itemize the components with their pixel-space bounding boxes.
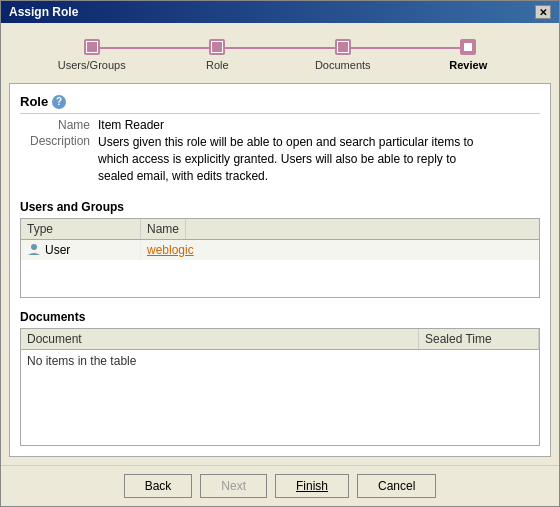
step-circle-review bbox=[460, 39, 476, 55]
step-documents[interactable]: Documents bbox=[280, 39, 406, 71]
finish-button[interactable]: Finish bbox=[275, 474, 349, 498]
users-groups-title: Users and Groups bbox=[20, 200, 540, 214]
close-button[interactable]: ✕ bbox=[535, 5, 551, 19]
docs-col-document: Document bbox=[21, 329, 419, 349]
cell-type: User bbox=[21, 240, 141, 260]
svg-point-3 bbox=[31, 244, 37, 250]
documents-title: Documents bbox=[20, 310, 540, 324]
step-review[interactable]: Review bbox=[406, 39, 532, 71]
svg-rect-1 bbox=[212, 42, 222, 52]
step-circle-users-groups bbox=[84, 39, 100, 55]
svg-rect-0 bbox=[87, 42, 97, 52]
user-link[interactable]: weblogic bbox=[147, 243, 194, 257]
description-value: Users given this role will be able to op… bbox=[98, 134, 478, 184]
documents-section: Documents Document Sealed Time No items … bbox=[20, 306, 540, 446]
step-users-groups[interactable]: Users/Groups bbox=[29, 39, 155, 71]
bottom-bar: Back Next Finish Cancel bbox=[1, 465, 559, 506]
no-items-message: No items in the table bbox=[21, 350, 539, 372]
step-circle-documents bbox=[335, 39, 351, 55]
title-bar-buttons: ✕ bbox=[535, 5, 551, 19]
docs-table-header: Document Sealed Time bbox=[21, 329, 539, 350]
role-section: Role ? Name Item Reader Description User… bbox=[20, 94, 540, 188]
finish-label: Finish bbox=[296, 479, 328, 493]
step-label-users-groups: Users/Groups bbox=[58, 59, 126, 71]
role-info: Name Item Reader Description Users given… bbox=[20, 118, 540, 184]
assign-role-window: Assign Role ✕ Users/Groups Role bbox=[0, 0, 560, 507]
col-type: Type bbox=[21, 219, 141, 239]
cancel-button[interactable]: Cancel bbox=[357, 474, 436, 498]
users-groups-section: Users and Groups Type Name bbox=[20, 196, 540, 298]
users-groups-table: Type Name User bbox=[20, 218, 540, 298]
wizard-steps: Users/Groups Role Documents Review bbox=[9, 31, 551, 83]
docs-col-sealed-time: Sealed Time bbox=[419, 329, 539, 349]
name-label: Name bbox=[20, 118, 90, 132]
role-name-row: Name Item Reader bbox=[20, 118, 540, 132]
table-row: User weblogic bbox=[21, 240, 539, 260]
step-label-review: Review bbox=[449, 59, 487, 71]
next-button[interactable]: Next bbox=[200, 474, 267, 498]
type-value: User bbox=[45, 243, 70, 257]
table-header: Type Name bbox=[21, 219, 539, 240]
user-icon bbox=[27, 243, 41, 257]
name-value: Item Reader bbox=[98, 118, 164, 132]
description-label: Description bbox=[20, 134, 90, 184]
content-area: Users/Groups Role Documents Review bbox=[1, 23, 559, 465]
main-panel: Role ? Name Item Reader Description User… bbox=[9, 83, 551, 457]
col-name: Name bbox=[141, 219, 186, 239]
cell-name: weblogic bbox=[141, 240, 200, 260]
role-section-title: Role ? bbox=[20, 94, 540, 114]
back-button[interactable]: Back bbox=[124, 474, 193, 498]
step-circle-role bbox=[209, 39, 225, 55]
help-icon[interactable]: ? bbox=[52, 95, 66, 109]
window-title: Assign Role bbox=[9, 5, 78, 19]
svg-rect-2 bbox=[338, 42, 348, 52]
step-label-documents: Documents bbox=[315, 59, 371, 71]
title-bar: Assign Role ✕ bbox=[1, 1, 559, 23]
step-label-role: Role bbox=[206, 59, 229, 71]
step-role[interactable]: Role bbox=[155, 39, 281, 71]
documents-table: Document Sealed Time No items in the tab… bbox=[20, 328, 540, 446]
role-description-row: Description Users given this role will b… bbox=[20, 134, 540, 184]
